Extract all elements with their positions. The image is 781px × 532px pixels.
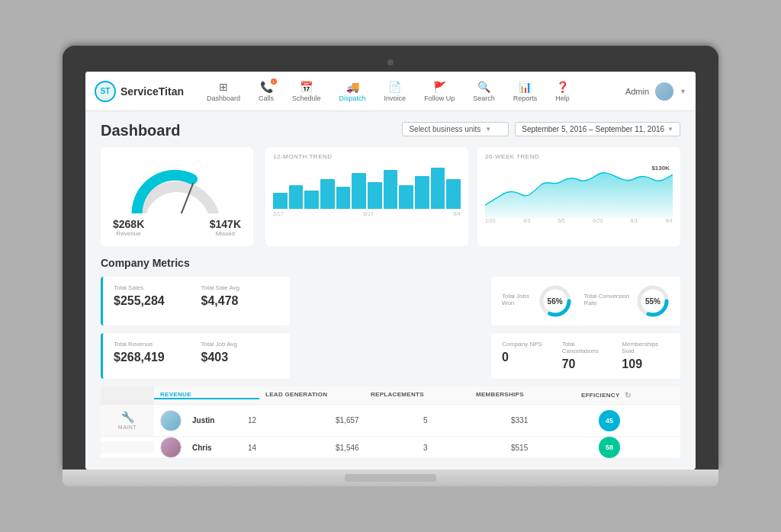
- nav-dashboard[interactable]: ⊞ Dashboard: [199, 78, 248, 105]
- screen: ST ServiceTitan ⊞ Dashboard 📞 1 Calls: [85, 72, 696, 470]
- nav-invoice[interactable]: 📄 Invoice: [377, 78, 414, 105]
- dashboard-icon: ⊞: [219, 81, 228, 93]
- business-units-select[interactable]: Select business units ▼: [402, 122, 509, 136]
- top-nav: ST ServiceTitan ⊞ Dashboard 📞 1 Calls: [85, 72, 696, 111]
- tech-tab-col: [101, 386, 154, 404]
- date-range-arrow: ▼: [667, 126, 673, 133]
- nav-reports[interactable]: 📊 Reports: [506, 78, 545, 105]
- bar-6: [352, 173, 366, 209]
- tech-replacements-justin: 5: [417, 416, 505, 425]
- nav-search[interactable]: 🔍 Search: [465, 78, 503, 105]
- bar-10: [415, 176, 429, 209]
- col-revenue[interactable]: REVENUE: [154, 391, 259, 399]
- trend-12month-label: 12-MONTH TREND: [273, 153, 461, 160]
- conversion-label: Total Conversion Rate: [584, 293, 630, 306]
- nav-followup[interactable]: 🚩 Follow Up: [416, 78, 462, 105]
- bar-4: [320, 179, 335, 209]
- laptop-shell: ST ServiceTitan ⊞ Dashboard 📞 1 Calls: [63, 46, 718, 486]
- bar-8: [384, 170, 398, 209]
- nps-value: 0: [502, 351, 550, 364]
- dashboard-content: Dashboard Select business units ▼ Septem…: [85, 111, 696, 470]
- tech-name-cell-justin: Justin: [154, 410, 242, 431]
- bar-3: [304, 191, 319, 209]
- tech-revenue-chris: 14: [242, 444, 329, 452]
- metric-memberships: Memberships Sold 109: [622, 341, 670, 371]
- invoice-icon: 📄: [388, 81, 401, 93]
- trackpad: [345, 474, 436, 482]
- help-icon: ❓: [556, 81, 569, 93]
- calls-badge-wrap: 📞 1: [260, 81, 273, 93]
- tech-leadgen-justin: $1,657: [329, 416, 417, 425]
- tech-avatar-justin: [160, 410, 182, 431]
- user-avatar: [655, 82, 673, 101]
- company-metrics-title: Company Metrics: [101, 257, 680, 269]
- total-job-avg-label: Total Job Avg: [201, 341, 280, 348]
- brand-name: ServiceTitan: [121, 85, 184, 98]
- nav-help[interactable]: ❓ Help: [548, 78, 577, 105]
- calls-badge: 1: [271, 79, 277, 85]
- schedule-icon: 📅: [300, 81, 313, 93]
- col-lead-gen[interactable]: LEAD GENERATION: [259, 391, 365, 399]
- tech-replacements-chris: 3: [417, 444, 505, 452]
- conversion-donut: 55%: [636, 284, 670, 318]
- metric-total-revenue: Total Revenue $268,419: [114, 341, 192, 364]
- nav-dispatch[interactable]: 🚚 Dispatch: [332, 78, 374, 105]
- efficiency-badge-chris: 58: [599, 437, 620, 458]
- metric-spacer: [296, 277, 485, 325]
- metric-row2-right: Company NPS 0 Total Cancellations 70 Mem…: [491, 333, 680, 379]
- dropdown-arrow[interactable]: ▼: [680, 88, 686, 95]
- tech-name-justin: Justin: [186, 416, 236, 425]
- col-efficiency[interactable]: EFFICIENCY ↻: [575, 391, 680, 399]
- gauge-wrap: [127, 156, 227, 213]
- jobs-won-pct: 56%: [548, 297, 563, 306]
- memberships-value: 109: [622, 357, 670, 371]
- nav-dashboard-label: Dashboard: [207, 95, 240, 102]
- nav-invoice-label: Invoice: [384, 95, 407, 102]
- brand-logo-text: ST: [101, 87, 111, 95]
- gauge-revenue: $268K Revenue: [113, 218, 144, 237]
- metric-cancellations: Total Cancellations 70: [562, 341, 610, 371]
- trend-26week-card: 26-WEEK TREND: [477, 147, 680, 246]
- tech-avatar-chris: [160, 437, 182, 458]
- total-job-avg-value: $403: [201, 351, 280, 364]
- metric-total-sales: Total Sales $255,284: [114, 284, 192, 308]
- col-replacements[interactable]: REPLACEMENTS: [365, 391, 470, 399]
- nav-calls[interactable]: 📞 1 Calls: [251, 78, 281, 105]
- gauge-card: $268K Revenue $147K Missed: [101, 147, 253, 246]
- nav-calls-label: Calls: [259, 95, 274, 102]
- metric-job-avg: Total Job Avg $403: [201, 341, 280, 364]
- gauge-svg: [127, 156, 227, 213]
- cancellations-value: 70: [562, 357, 610, 371]
- select-arrow-icon: ▼: [485, 126, 491, 133]
- date-range[interactable]: September 5, 2016 – September 11, 2016 ▼: [515, 122, 680, 136]
- nav-help-label: Help: [555, 95, 570, 102]
- memberships-label: Memberships Sold: [622, 341, 670, 354]
- metric-spacer-2: [296, 333, 485, 379]
- jobs-won-label: Total Jobs Won: [502, 293, 532, 306]
- camera: [387, 59, 394, 66]
- cancellations-label: Total Cancellations: [562, 341, 610, 354]
- nav-schedule[interactable]: 📅 Schedule: [284, 78, 329, 105]
- screen-bezel: ST ServiceTitan ⊞ Dashboard 📞 1 Calls: [63, 46, 718, 470]
- tech-revenue-justin: 12: [242, 416, 329, 425]
- bar-12: [446, 179, 461, 209]
- metrics-grid-2: Total Revenue $268,419 Total Job Avg $40…: [101, 333, 680, 379]
- dash-controls: Select business units ▼ September 5, 201…: [402, 122, 680, 136]
- gauge-missed-amount: $147K: [210, 218, 241, 230]
- tech-efficiency-justin: 45: [593, 410, 680, 431]
- maint-label: MAINT: [118, 425, 137, 430]
- jobs-won-metric: Total Jobs Won 56%: [502, 284, 572, 318]
- refresh-icon[interactable]: ↻: [625, 391, 631, 399]
- nav-items: ⊞ Dashboard 📞 1 Calls 📅 Schedule: [199, 78, 625, 105]
- jobs-won-donut: 56%: [538, 284, 572, 318]
- date-range-text: September 5, 2016 – September 11, 2016: [522, 125, 664, 133]
- table-row: 🔧 MAINT Justin 12 $1,657 5: [101, 405, 680, 437]
- gauge-values: $268K Revenue $147K Missed: [113, 218, 241, 237]
- col-memberships[interactable]: MEMBERSHIPS: [470, 391, 575, 399]
- bar-11: [431, 168, 445, 209]
- tech-table-card: REVENUE LEAD GENERATION REPLACEMENTS MEM…: [101, 386, 680, 459]
- tech-efficiency-chris: 58: [593, 437, 680, 458]
- metric-sale-avg: Total Sale Avg $4,478: [201, 284, 280, 308]
- metric-card-revenue: Total Revenue $268,419 Total Job Avg $40…: [101, 333, 290, 379]
- trend-12month-card: 12-MONTH TREND: [265, 147, 468, 246]
